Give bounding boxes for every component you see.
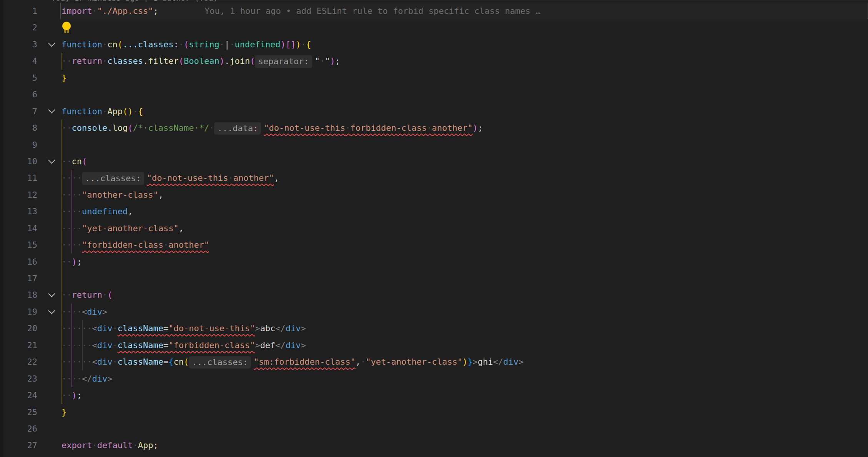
line-number[interactable]: 27 (3, 437, 37, 454)
lightbulb-icon[interactable] (61, 21, 72, 34)
code-token: · (102, 40, 107, 49)
code-token: function (62, 40, 102, 49)
code-text[interactable]: ··console.log(/*·className·*/·...data:"d… (62, 120, 483, 136)
line-number[interactable]: 1 (3, 3, 37, 19)
code-text[interactable]: ····</div> (62, 370, 112, 387)
line-number[interactable]: 20 (3, 320, 37, 337)
fold-chevron-icon[interactable] (43, 287, 60, 303)
code-token: classes (107, 56, 143, 66)
code-text[interactable]: import·"./App.css"; (62, 3, 158, 19)
fold-chevron-icon[interactable] (43, 153, 60, 170)
code-token: "do-not-use-this (264, 123, 345, 133)
code-text[interactable]: ··); (62, 254, 82, 270)
code-token: ( (250, 56, 255, 66)
line-number[interactable]: 9 (3, 137, 37, 153)
code-line: 16··); (3, 254, 868, 270)
code-text[interactable]: export·default·App; (62, 437, 158, 454)
line-number[interactable]: 19 (3, 304, 37, 320)
line-number[interactable]: 24 (3, 387, 37, 404)
code-text[interactable]: ····"another-class", (62, 187, 163, 203)
line-number[interactable]: 18 (3, 287, 37, 303)
code-token: · (112, 357, 117, 367)
line-number[interactable]: 5 (3, 70, 37, 86)
code-token: cn (173, 357, 184, 367)
code-token: } (62, 73, 67, 83)
error-squiggle-span: "do-not-use-this·another" (147, 173, 274, 183)
line-number[interactable]: 3 (3, 36, 37, 53)
code-line: 14····"yet-another-class", (3, 220, 868, 237)
code-token: "forbidden-class (82, 240, 163, 250)
code-token: | (224, 40, 229, 49)
code-line: 8··console.log(/*·className·*/·...data:"… (3, 120, 868, 136)
code-token: · (102, 290, 107, 300)
line-number[interactable]: 2 (3, 19, 37, 36)
code-token: default (97, 440, 133, 450)
code-text[interactable]: function·App()·{ (62, 103, 143, 120)
line-number[interactable]: 23 (3, 370, 37, 387)
line-number[interactable]: 21 (3, 337, 37, 354)
code-token: , (128, 207, 133, 216)
code-token: · (133, 107, 138, 116)
line-number[interactable]: 25 (3, 404, 37, 420)
code-text[interactable]: ······<div·className="do-not-use-this">a… (62, 320, 306, 337)
code-text[interactable]: } (62, 404, 67, 420)
line-number[interactable]: 15 (3, 237, 37, 253)
line-number[interactable]: 11 (3, 170, 37, 186)
code-text[interactable]: ······<div·className="forbidden-class">d… (62, 337, 306, 354)
code-token: return (72, 290, 102, 300)
code-token: ···· (62, 307, 82, 317)
code-token: ; (77, 257, 82, 267)
code-line: 15····"forbidden-class·another" (3, 237, 868, 253)
code-text[interactable]: ······<div·className={cn(...classes:"sm:… (62, 354, 524, 370)
code-token: > (255, 324, 260, 333)
code-token: div (97, 340, 113, 350)
code-text[interactable]: ··); (62, 387, 82, 404)
line-number[interactable]: 22 (3, 354, 37, 370)
code-token: . (224, 56, 229, 66)
code-line: 3function·cn(...classes:·(string·|·undef… (3, 36, 868, 53)
code-text[interactable]: ····undefined, (62, 203, 133, 220)
line-number[interactable]: 6 (3, 86, 37, 103)
line-number[interactable]: 7 (3, 103, 37, 120)
fold-chevron-icon[interactable] (43, 103, 60, 120)
fold-chevron-icon[interactable] (43, 36, 60, 53)
code-token: > (107, 374, 112, 384)
code-text[interactable]: ··return·classes.filter(Boolean).join(se… (62, 53, 340, 69)
code-text[interactable]: ··cn( (62, 153, 87, 170)
line-number[interactable]: 4 (3, 53, 37, 69)
code-line: 17 (3, 270, 868, 287)
code-token: < (92, 340, 97, 350)
code-text[interactable]: ····<div> (62, 304, 107, 320)
code-token: /*·className·*/ (133, 123, 209, 133)
code-token: · (163, 240, 168, 250)
line-number[interactable]: 12 (3, 187, 37, 203)
code-text[interactable]: ····...classes:"do-not-use-this·another"… (62, 170, 279, 186)
line-number[interactable]: 26 (3, 420, 37, 437)
code-token: ) (72, 257, 77, 267)
code-text[interactable]: } (62, 70, 67, 86)
code-token: > (102, 307, 107, 317)
code-text[interactable]: function·cn(...classes:·(string·|·undefi… (62, 36, 311, 53)
code-token: > (301, 340, 306, 350)
code-token: ( (107, 290, 112, 300)
line-number[interactable]: 16 (3, 254, 37, 270)
code-text[interactable]: ··return·( (62, 287, 112, 303)
code-token: div (97, 357, 113, 367)
line-number[interactable]: 14 (3, 220, 37, 237)
code-token: ······ (62, 357, 92, 367)
code-token: function (62, 107, 102, 116)
code-token: { (168, 357, 173, 367)
error-squiggle-span: className="forbidden-class" (118, 340, 255, 350)
code-token: < (92, 324, 97, 333)
line-number[interactable]: 8 (3, 120, 37, 136)
line-number[interactable]: 17 (3, 270, 37, 287)
code-token: < (92, 357, 97, 367)
code-text[interactable]: ····"yet-another-class", (62, 220, 184, 237)
code-text[interactable]: ····"forbidden-class·another" (62, 237, 209, 253)
line-number[interactable]: 10 (3, 153, 37, 170)
line-number[interactable]: 13 (3, 203, 37, 220)
code-token: div (97, 324, 113, 333)
code-token: cn (72, 157, 82, 166)
code-token: </ (493, 357, 503, 367)
fold-chevron-icon[interactable] (43, 304, 60, 320)
